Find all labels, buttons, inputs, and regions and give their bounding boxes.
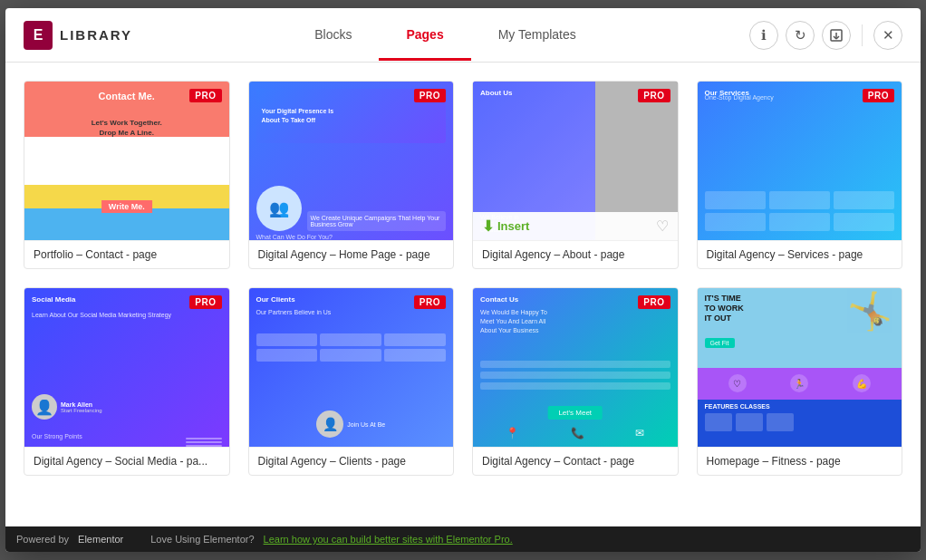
- card-thumb-3: About Us We Believe inHard Work andDedic…: [473, 82, 678, 240]
- header-actions: ℹ ↻ ✕: [749, 21, 902, 50]
- card-label-8: Homepage – Fitness - page: [698, 447, 902, 475]
- tab-my-templates[interactable]: My Templates: [471, 11, 603, 61]
- insert-bar: ⬇ Insert ♡: [473, 212, 678, 240]
- import-button[interactable]: [822, 21, 851, 50]
- card-thumb-7: Contact Us We Would Be Happy ToMeet You …: [473, 288, 678, 447]
- bottom-bar: Powered by Elementor Love Using Elemento…: [5, 526, 921, 552]
- pro-link[interactable]: Learn how you can build better sites wit…: [264, 534, 513, 545]
- elementor-logo-icon: E: [24, 21, 53, 50]
- modal-header: E LIBRARY Blocks Pages My Templates ℹ ↻ …: [5, 8, 921, 63]
- pro-badge-1: PRO: [189, 89, 221, 102]
- template-card-3[interactable]: About Us We Believe inHard Work andDedic…: [472, 81, 679, 269]
- card-thumb-8: ♡ 🏃 💪 FEATURES CLASSES: [698, 288, 902, 447]
- library-modal: E LIBRARY Blocks Pages My Templates ℹ ↻ …: [5, 8, 921, 552]
- modal-body: Let's Work Together.Drop Me A Line. Writ…: [5, 63, 921, 526]
- card-thumb-1: Let's Work Together.Drop Me A Line. Writ…: [24, 82, 229, 240]
- card-label-6: Digital Agency – Clients - page: [249, 447, 454, 475]
- template-card-2[interactable]: Your Digital Presence IsAbout To Take Of…: [248, 81, 455, 269]
- thumb-image-6: Our Clients Our Partners Believe in Us: [249, 288, 454, 447]
- card-label-1: Portfolio – Contact - page: [24, 240, 229, 268]
- pro-badge-2: PRO: [414, 89, 446, 102]
- powered-by-text: Powered by: [16, 534, 69, 545]
- close-button[interactable]: ✕: [873, 21, 902, 50]
- refresh-button[interactable]: ↻: [786, 21, 815, 50]
- love-text: Love Using Elementor?: [150, 534, 254, 545]
- header-divider: [862, 24, 863, 46]
- card-thumb-5: Social Media Learn About Our Social Medi…: [24, 288, 229, 447]
- insert-icon: ⬇: [482, 217, 494, 235]
- info-button[interactable]: ℹ: [749, 21, 778, 50]
- card-thumb-4: Our Services One-Stop Digital Agency: [698, 82, 902, 240]
- template-card-5[interactable]: Social Media Learn About Our Social Medi…: [24, 287, 230, 476]
- brand-name: Elementor: [78, 534, 123, 545]
- template-card-4[interactable]: Our Services One-Stop Digital Agency: [697, 81, 903, 269]
- card-label-4: Digital Agency – Services - page: [698, 240, 902, 268]
- insert-label[interactable]: Insert: [497, 219, 529, 233]
- pro-badge-4: PRO: [863, 89, 894, 102]
- template-card-7[interactable]: Contact Us We Would Be Happy ToMeet You …: [472, 287, 679, 476]
- tab-bar: Blocks Pages My Templates: [141, 11, 749, 60]
- insert-button[interactable]: ⬇ Insert: [482, 217, 529, 235]
- thumb-image-1: Let's Work Together.Drop Me A Line. Writ…: [24, 82, 229, 240]
- template-card-6[interactable]: Our Clients Our Partners Believe in Us: [248, 287, 455, 476]
- thumb-image-2: Your Digital Presence IsAbout To Take Of…: [249, 82, 454, 240]
- template-card-8[interactable]: ♡ 🏃 💪 FEATURES CLASSES: [697, 287, 903, 476]
- logo-area: E LIBRARY: [24, 21, 141, 50]
- card-label-7: Digital Agency – Contact - page: [473, 447, 678, 475]
- thumb-image-7: Contact Us We Would Be Happy ToMeet You …: [473, 288, 678, 447]
- tab-blocks[interactable]: Blocks: [287, 11, 379, 61]
- pro-badge-6: PRO: [414, 295, 446, 309]
- tab-pages[interactable]: Pages: [379, 11, 470, 61]
- pro-badge-7: PRO: [638, 295, 670, 309]
- library-title: LIBRARY: [60, 27, 132, 43]
- template-grid-container[interactable]: Let's Work Together.Drop Me A Line. Writ…: [5, 63, 921, 526]
- thumb-image-5: Social Media Learn About Our Social Medi…: [24, 288, 229, 447]
- pro-badge-3: PRO: [638, 89, 670, 102]
- card-label-3: Digital Agency – About - page: [473, 240, 678, 268]
- thumb-image-4: Our Services One-Stop Digital Agency: [698, 82, 902, 240]
- favorite-icon[interactable]: ♡: [656, 217, 669, 235]
- card-label-5: Digital Agency – Social Media - pa...: [24, 447, 229, 475]
- pro-badge-5: PRO: [189, 295, 221, 309]
- card-thumb-2: Your Digital Presence IsAbout To Take Of…: [249, 82, 454, 240]
- card-label-2: Digital Agency – Home Page - page: [249, 240, 454, 268]
- template-card-1[interactable]: Let's Work Together.Drop Me A Line. Writ…: [24, 81, 230, 269]
- card-thumb-6: Our Clients Our Partners Believe in Us: [249, 288, 454, 447]
- template-grid: Let's Work Together.Drop Me A Line. Writ…: [24, 81, 902, 476]
